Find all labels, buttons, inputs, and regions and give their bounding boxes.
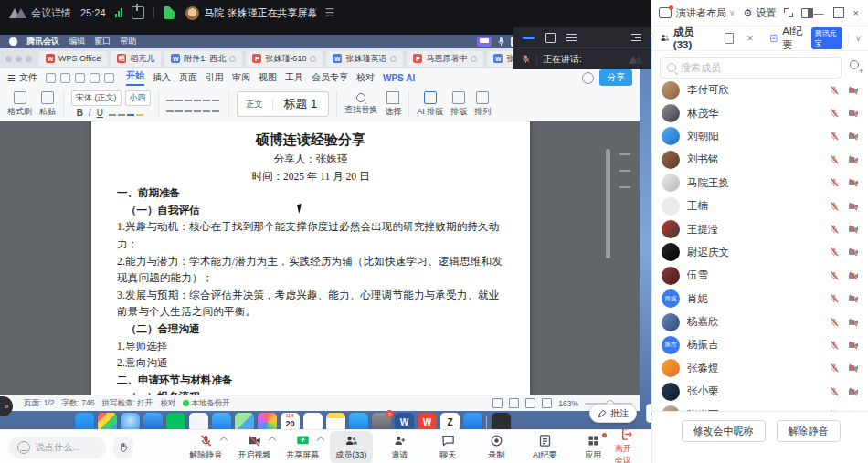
arrange-button[interactable]: 排列: [474, 91, 491, 118]
side-panel-icon[interactable]: [801, 8, 813, 18]
menubar-window[interactable]: 窗口: [94, 36, 111, 47]
menubar-app-name[interactable]: 腾讯会议: [26, 36, 59, 47]
menu-tools[interactable]: 工具: [285, 71, 303, 84]
select-button[interactable]: 选择: [385, 91, 401, 118]
search-input[interactable]: 搜索成员: [660, 57, 842, 79]
member-row[interactable]: 刘朝阳: [652, 125, 868, 148]
web-view-icon[interactable]: [525, 398, 535, 408]
ai-notes-button[interactable]: AI纪要: [524, 431, 566, 463]
menu-icon[interactable]: ☰: [325, 6, 335, 19]
popout-icon[interactable]: [725, 33, 734, 44]
zoom-level[interactable]: 163%: [558, 399, 578, 408]
menu-page[interactable]: 页面: [179, 71, 197, 84]
tab-ai-notes[interactable]: AI纪要 腾讯元宝: [769, 25, 842, 52]
member-row[interactable]: 马院王换: [652, 172, 868, 195]
member-row[interactable]: 刘书铭: [652, 148, 868, 171]
tab-docer[interactable]: 稻 稻壳儿: [111, 51, 161, 67]
doc-tab[interactable]: W 附件1: 西北: [164, 51, 242, 67]
meeting-detail-link[interactable]: 会议详情: [31, 6, 71, 20]
overlay-expand-icon[interactable]: [631, 34, 641, 42]
open-external-icon[interactable]: [132, 6, 144, 19]
paste-button[interactable]: 粘贴: [39, 91, 56, 118]
member-row[interactable]: 王楠: [652, 195, 868, 217]
screen-sharing-indicator-icon[interactable]: [477, 37, 492, 47]
member-row[interactable]: 林茂华: [652, 101, 868, 124]
unmute-all-button[interactable]: 解除静音: [777, 420, 841, 442]
style-normal[interactable]: 正文: [238, 99, 273, 110]
invite-button[interactable]: 邀请: [378, 431, 421, 463]
close-panel-icon[interactable]: ×: [746, 32, 753, 45]
chat-button[interactable]: 聊天: [427, 431, 470, 463]
menu-wps-ai[interactable]: WPS AI: [383, 73, 415, 83]
minimize-button[interactable]: —: [814, 7, 824, 18]
document-page[interactable]: 硕博连读经验分享 分享人：张姝瑾 时间：2025 年 11 月 20 日 一、前…: [91, 121, 530, 395]
shared-doc-icon[interactable]: [164, 6, 175, 19]
menubar-edit[interactable]: 编辑: [69, 36, 85, 47]
list-buttons[interactable]: [166, 94, 221, 103]
member-row[interactable]: 王提滢: [652, 217, 868, 240]
member-row[interactable]: 振吉杨振吉: [652, 333, 868, 356]
close-button[interactable]: ×: [853, 7, 859, 18]
quick-access-toolbar[interactable]: [46, 73, 114, 83]
document-canvas[interactable]: 硕博连读经验分享 分享人：张姝瑾 时间：2025 年 11 月 20 日 一、前…: [0, 121, 640, 395]
record-button[interactable]: 录制: [475, 431, 518, 463]
raise-hand-button[interactable]: [113, 437, 133, 458]
bold-button[interactable]: B: [77, 108, 83, 118]
start-video-button[interactable]: 开启视频: [233, 431, 276, 463]
member-row[interactable]: 伍雪: [652, 264, 868, 287]
members-button[interactable]: 成员(33): [330, 431, 373, 463]
overlay-list-icon[interactable]: [566, 34, 577, 42]
share-button[interactable]: 分享: [599, 69, 632, 86]
menu-proof[interactable]: 校对: [356, 71, 375, 84]
menu-review[interactable]: 审阅: [232, 71, 250, 84]
format-painter-button[interactable]: 格式刷: [7, 91, 32, 118]
window-traffic-lights[interactable]: [5, 56, 32, 62]
overlay-minimize-icon[interactable]: [523, 37, 535, 39]
style-gallery[interactable]: 正文 标题 1: [237, 91, 330, 117]
chevron-up-icon[interactable]: [219, 437, 227, 444]
font-color-buttons[interactable]: [109, 108, 145, 118]
style-heading1[interactable]: 标题 1: [273, 96, 329, 112]
doc-tab[interactable]: P 张姝瑾-610: [246, 51, 323, 67]
file-menu[interactable]: ☰ 文件: [7, 71, 37, 84]
outline-view-icon[interactable]: [509, 398, 519, 408]
find-replace-button[interactable]: 查找替换: [344, 93, 377, 116]
apps-button[interactable]: 应用: [572, 431, 615, 463]
maximize-button[interactable]: [833, 7, 844, 18]
doc-tab[interactable]: P 马恩原著中: [407, 51, 483, 67]
doc-tab[interactable]: W 张姝瑾英语: [326, 51, 403, 67]
chevron-up-icon[interactable]: [316, 437, 323, 444]
quick-chat-input[interactable]: 说点什么...: [9, 437, 106, 458]
fullscreen-icon[interactable]: [784, 8, 793, 17]
tab-members[interactable]: 成员(33): [660, 26, 706, 50]
underline-button[interactable]: U: [97, 108, 103, 118]
member-row[interactable]: 尉迟庆文: [652, 241, 868, 264]
menu-home[interactable]: 开始: [126, 69, 144, 86]
add-member-icon[interactable]: [847, 60, 862, 75]
menu-insert[interactable]: 插入: [153, 71, 171, 84]
view-mode-icon[interactable]: [492, 398, 503, 408]
font-size-select[interactable]: 小四: [125, 90, 151, 106]
speaker-layout-button[interactable]: 演讲者布局: [676, 6, 726, 20]
menubar-help[interactable]: 帮助: [120, 36, 136, 47]
font-family-select[interactable]: 宋体 (正文): [71, 90, 122, 106]
settings-button[interactable]: ⚙ 设置: [744, 6, 777, 20]
proofread-button[interactable]: 校对: [160, 398, 175, 409]
share-screen-button[interactable]: 共享屏幕: [281, 431, 324, 463]
member-row[interactable]: 李付可欣: [652, 79, 868, 101]
chevron-down-icon[interactable]: ∨: [848, 33, 862, 43]
annotate-button[interactable]: 批注: [589, 404, 637, 423]
apple-logo-icon[interactable]: [9, 37, 17, 46]
menu-reference[interactable]: 引用: [206, 71, 224, 84]
member-list[interactable]: 李付可欣 林茂华 刘朝阳 刘书铭 马院王换 王楠 王提滢 尉迟庆文 伍雪 肖妮肖…: [652, 79, 868, 420]
menu-member[interactable]: 会员专享: [312, 71, 348, 84]
leave-meeting-button[interactable]: 离开会议: [615, 427, 639, 463]
overlay-window-icon[interactable]: [545, 33, 556, 43]
member-row[interactable]: 肖妮肖妮: [652, 288, 868, 310]
menu-view[interactable]: 视图: [259, 71, 277, 84]
layout-button[interactable]: 排版: [450, 91, 467, 118]
chevron-up-icon[interactable]: [268, 437, 275, 444]
unmute-button[interactable]: 解除静音: [185, 431, 228, 463]
rename-button[interactable]: 修改会中昵称: [682, 420, 766, 442]
tab-wps-home[interactable]: W WPS Office: [39, 51, 107, 67]
